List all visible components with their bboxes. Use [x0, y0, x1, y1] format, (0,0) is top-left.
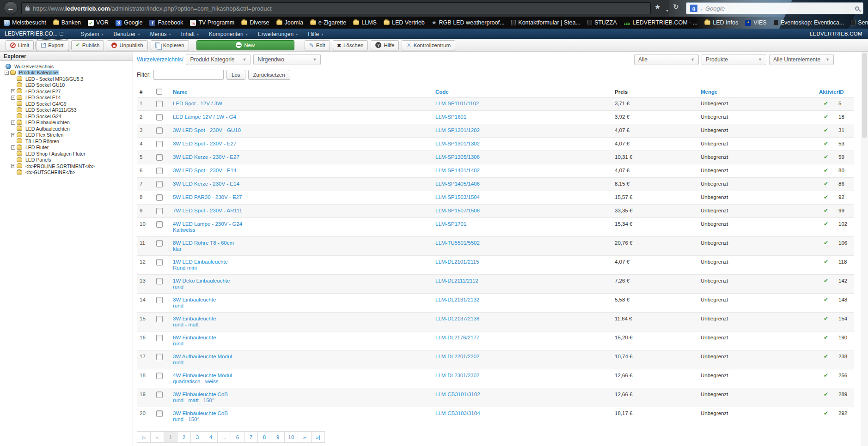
active-check-icon[interactable]: [819, 101, 833, 107]
product-code-link[interactable]: LLM-SP1301/1302: [435, 141, 609, 147]
product-code-link[interactable]: LLM-TU5501/5502: [435, 240, 609, 246]
product-code-link[interactable]: LLM-SP1101/1102: [435, 101, 609, 107]
active-check-icon[interactable]: [819, 168, 833, 174]
header-code[interactable]: Code: [433, 86, 612, 97]
back-button[interactable]: ←: [4, 1, 18, 15]
product-name-link[interactable]: 3W Einbauleuchte: [173, 316, 430, 322]
page-link-7[interactable]: 7: [244, 431, 258, 443]
product-code-link[interactable]: LLM-DL2201/2202: [435, 354, 609, 360]
page-scrollbar[interactable]: [861, 52, 868, 446]
product-name-link[interactable]: 6W Einbauleuchte: [173, 335, 430, 341]
product-code-link[interactable]: LLM-SP1503/1504: [435, 194, 609, 200]
site-brand-link[interactable]: LEDVERTRIEB.CO...: [5, 30, 63, 37]
product-code-link[interactable]: LLM-SP1701: [435, 221, 609, 227]
url-bar[interactable]: https://www.ledvertrieb.com/administrato…: [21, 2, 651, 14]
page-link-item[interactable]: »: [298, 431, 312, 443]
page-link-9[interactable]: 9: [271, 431, 285, 443]
product-code-link[interactable]: LLM-DL2137/2138: [435, 316, 609, 322]
position-select[interactable]: Nirgendwo ▼: [253, 54, 321, 65]
product-name-link[interactable]: 3W LED Spot - 230V - GU10: [173, 127, 430, 133]
product-name-sub-link[interactable]: rund - matt - 150°: [173, 398, 430, 404]
publish-button[interactable]: Publish: [71, 40, 104, 50]
product-name-sub-link[interactable]: klar: [173, 246, 430, 252]
product-name-link[interactable]: 3W Einbauleuchte CoB: [173, 410, 430, 416]
reload-icon[interactable]: [673, 3, 679, 11]
tree-item-produkt-kategorie[interactable]: -Produkt Kategorie: [1, 70, 132, 76]
tree-item-b-gutscheine-b[interactable]: <b>GUTSCHEINE</b>: [1, 169, 132, 176]
limit-button[interactable]: Limit: [6, 40, 34, 50]
filter-input[interactable]: [153, 70, 224, 80]
menu-erweiterungen[interactable]: Erweiterungen▾: [253, 31, 303, 37]
product-name-sub-link[interactable]: rund - matt: [173, 322, 430, 328]
tree-item-led-shop-auslagen-fluter[interactable]: LED Shop / Auslagen Fluter: [1, 151, 132, 157]
bookmark-led-vertrieb[interactable]: LED Vertrieb: [384, 19, 425, 26]
product-code-link[interactable]: LLM-DL2111/2112: [435, 278, 609, 284]
product-name-sub-link[interactable]: Rund mini: [173, 265, 430, 271]
row-checkbox[interactable]: [156, 154, 163, 161]
row-checkbox[interactable]: [156, 208, 163, 214]
filter-go-button[interactable]: Los: [226, 70, 245, 80]
row-checkbox[interactable]: [156, 259, 163, 265]
bookmark-joomla[interactable]: Joomla: [276, 19, 303, 26]
bookmark-eventoskop-eventloca[interactable]: Eventoskop: Eventloca...: [774, 19, 844, 26]
product-name-link[interactable]: LED Spot - 12V / 3W: [173, 101, 430, 107]
row-checkbox[interactable]: [156, 373, 163, 379]
row-checkbox[interactable]: [156, 194, 163, 201]
tree-item-led-aufbauleuchten[interactable]: LED Aufbauleuchten: [1, 126, 132, 132]
row-checkbox[interactable]: [156, 168, 163, 174]
product-name-link[interactable]: 3W Einbauleuchte: [173, 297, 430, 303]
unpublish-button[interactable]: Unpublish: [107, 40, 147, 50]
edit-button[interactable]: Edit: [305, 40, 330, 50]
bookmark-diverse[interactable]: Diverse: [241, 19, 269, 26]
product-code-link[interactable]: LLM-SP1305/1306: [435, 154, 609, 160]
alle-unterelemente-select[interactable]: Alle Unterelemente▼: [769, 54, 834, 65]
tree-item-led-sockel-ar111-g53[interactable]: LED Sockel AR111/G53: [1, 107, 132, 114]
collapse-icon[interactable]: -: [5, 71, 9, 75]
active-check-icon[interactable]: [819, 141, 833, 147]
product-code-link[interactable]: LLM-DL2131/2132: [435, 297, 609, 303]
active-check-icon[interactable]: [819, 316, 833, 322]
alle-select[interactable]: Alle▼: [634, 54, 699, 65]
product-name-link[interactable]: 8W LED Röhre T8 - 60cm: [173, 240, 430, 246]
active-check-icon[interactable]: [819, 354, 833, 360]
expand-icon[interactable]: +: [11, 89, 15, 93]
expand-icon[interactable]: +: [11, 164, 15, 168]
product-name-link[interactable]: 4W LED Lampe - 230V - G24: [173, 221, 430, 227]
delete-button[interactable]: Löschen: [333, 40, 368, 50]
search-input[interactable]: Google: [686, 2, 863, 14]
tree-item-t8-led-röhren[interactable]: T8 LED Röhren: [1, 138, 132, 145]
active-check-icon[interactable]: [819, 278, 833, 284]
menu-komponenten[interactable]: Komponenten▾: [204, 31, 253, 37]
header-name[interactable]: Name: [170, 86, 433, 97]
product-name-link[interactable]: 3W LED Kerze - 230V - E14: [173, 181, 430, 187]
bookmark-tv-programm[interactable]: TV Programm: [190, 19, 234, 26]
bookmark-led-infos[interactable]: LED Infos: [704, 19, 738, 26]
row-checkbox[interactable]: [156, 335, 163, 341]
row-checkbox[interactable]: [156, 127, 163, 134]
product-name-sub-link[interactable]: quadratisch - weiss: [173, 379, 430, 385]
product-name-link[interactable]: 7W LED Spot - 230V - AR111: [173, 208, 430, 214]
produkte-select[interactable]: Produkte▼: [702, 54, 766, 65]
bookmark-banken[interactable]: Banken: [53, 19, 81, 26]
row-checkbox[interactable]: [156, 141, 163, 147]
menu-menüs[interactable]: Menüs▾: [145, 31, 176, 37]
search-icon[interactable]: [855, 6, 859, 11]
product-code-link[interactable]: LLM-SP1201/1202: [435, 127, 609, 133]
active-check-icon[interactable]: [819, 181, 833, 187]
active-check-icon[interactable]: [819, 194, 833, 200]
tree-item-led-einbauleuchten[interactable]: +LED Einbauleuchten: [1, 120, 132, 126]
scrollbar-thumb[interactable]: [862, 53, 867, 138]
bookmark-dropdown-icon[interactable]: [666, 6, 669, 14]
product-name-link[interactable]: 3W Einbauleuchte CoB: [173, 392, 430, 398]
product-name-sub-link[interactable]: Kaltweiss: [173, 227, 430, 233]
tree-item-led-sockel-e14[interactable]: +LED Sockel E14: [1, 95, 132, 101]
active-check-icon[interactable]: [819, 392, 833, 398]
product-name-link[interactable]: 3W LED Kerze - 230V - E27: [173, 154, 430, 160]
row-checkbox[interactable]: [156, 316, 163, 322]
search-engine-caret-icon[interactable]: [700, 4, 703, 12]
bookmark-facebook[interactable]: Facebook: [149, 19, 183, 26]
header-active[interactable]: Aktiviert: [816, 86, 836, 97]
menu-system[interactable]: System▾: [75, 31, 108, 37]
active-check-icon[interactable]: [819, 127, 833, 133]
product-name-link[interactable]: 4W Einbauleuchte Modul: [173, 373, 430, 379]
